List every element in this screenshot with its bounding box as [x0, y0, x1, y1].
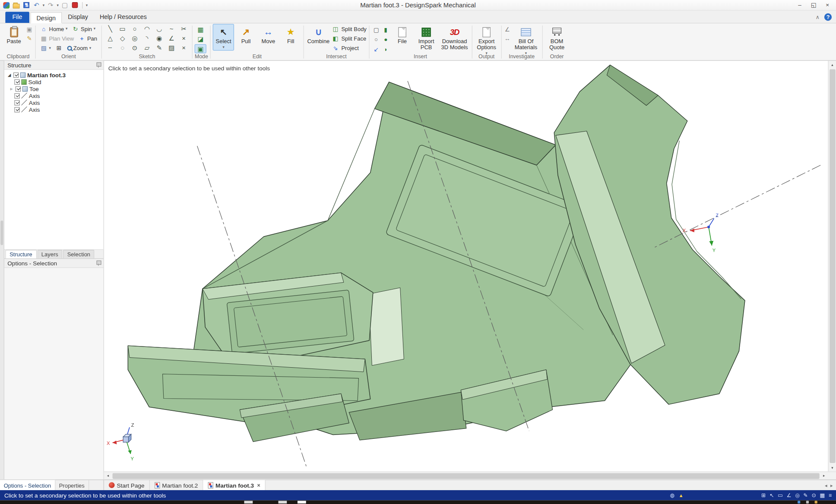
move-button[interactable]: ↔ Move: [258, 24, 279, 45]
sphere-icon[interactable]: ●: [381, 35, 390, 44]
tree-item-label[interactable]: Axis: [29, 99, 40, 106]
tree-item-label[interactable]: Toe: [29, 85, 39, 92]
tab-nav-left-icon[interactable]: ◂: [825, 482, 827, 488]
tree-item-label[interactable]: Axis: [29, 106, 40, 113]
insert-file-button[interactable]: File: [392, 24, 413, 45]
tab-display[interactable]: Display: [62, 12, 94, 23]
cylinder-icon[interactable]: ▮: [381, 25, 390, 35]
fill-button[interactable]: ★ Fill: [280, 24, 301, 45]
sketch-tool-icon[interactable]: ◌: [116, 43, 128, 53]
view-triad[interactable]: X Y Z: [107, 422, 134, 461]
download-3d-models-button[interactable]: 3D Download 3D Models: [440, 24, 469, 51]
tab-selection[interactable]: Selection: [63, 250, 95, 258]
measure-distance-icon[interactable]: ↔: [504, 35, 511, 42]
tab-options-selection[interactable]: Options - Selection: [0, 480, 55, 490]
model-face[interactable]: [369, 288, 404, 365]
visibility-checkbox[interactable]: [14, 100, 19, 105]
taskbar-tray-icon[interactable]: [806, 501, 809, 504]
redo-dropdown-icon[interactable]: ▾: [57, 3, 59, 7]
bom-quote-button[interactable]: BOM Quote: [545, 24, 569, 51]
sketch-tool-icon[interactable]: ✎: [153, 43, 165, 53]
tab-structure[interactable]: Structure: [5, 250, 36, 258]
visibility-checkbox[interactable]: [14, 93, 19, 98]
windows-taskbar[interactable]: [0, 500, 836, 504]
view-cube-button[interactable]: ▧ ▾: [38, 44, 53, 52]
scroll-left-icon[interactable]: ◂: [104, 472, 112, 480]
vertical-scrollbar[interactable]: ▴ ▾: [828, 61, 836, 472]
split-body-button[interactable]: ◫ Split Body: [332, 24, 367, 34]
visibility-checkbox[interactable]: [13, 72, 19, 77]
tree-item-label[interactable]: Axis: [29, 92, 40, 99]
combine-button[interactable]: ∪ Combine: [306, 24, 331, 45]
tab-layers[interactable]: Layers: [37, 250, 63, 258]
tree-root-label[interactable]: Martian foot.3: [27, 72, 66, 78]
sketch-tool-icon[interactable]: ◡: [153, 24, 165, 34]
sketch-tool-icon[interactable]: ╲: [104, 24, 116, 34]
horizontal-scrollbar[interactable]: ◂ ▸: [104, 472, 836, 480]
plan-view-button[interactable]: ▦ Plan View: [38, 34, 76, 43]
pin-icon[interactable]: [96, 261, 100, 266]
save-icon[interactable]: [22, 1, 31, 9]
tab-file[interactable]: File: [5, 12, 29, 23]
pan-button[interactable]: + Pan: [76, 34, 99, 43]
close-tab-icon[interactable]: ×: [257, 482, 260, 488]
qat-customize-icon[interactable]: ▾: [86, 3, 88, 7]
shell-icon[interactable]: ◗: [381, 44, 390, 54]
sketch-tool-icon[interactable]: ◠: [141, 24, 153, 34]
import-pcb-button[interactable]: Import PCB: [414, 24, 439, 51]
viewport-canvas[interactable]: Click to set a secondary selection to be…: [104, 61, 828, 472]
maximize-button[interactable]: ◱: [807, 1, 820, 9]
tree-row-axis[interactable]: Axis: [4, 106, 104, 113]
tab-nav-right-icon[interactable]: ▸: [830, 482, 833, 488]
bill-of-materials-button[interactable]: Bill Of Materials ▾: [512, 24, 540, 57]
visibility-checkbox[interactable]: [16, 86, 21, 91]
tree-row-axis[interactable]: Axis: [4, 92, 104, 99]
status-menu-icon[interactable]: ≡: [829, 492, 832, 498]
tab-martian-foot-2[interactable]: Martian foot.2: [150, 480, 203, 490]
record-icon[interactable]: [71, 1, 79, 9]
sketch-tool-icon[interactable]: ┄: [104, 43, 116, 53]
point-snap-icon[interactable]: ⊙: [812, 492, 816, 498]
snap-grid-icon[interactable]: ⊞: [761, 492, 766, 498]
axis-tool-icon[interactable]: ↙: [371, 44, 381, 54]
zoom-button[interactable]: Zoom ▾: [65, 44, 93, 51]
export-options-button[interactable]: Export Options ▾: [474, 24, 499, 57]
taskbar-app-icon[interactable]: [279, 501, 287, 504]
taskbar-tray-icon[interactable]: [815, 501, 817, 504]
taskbar-tray-icon[interactable]: [798, 501, 800, 504]
circle-icon[interactable]: ○: [371, 35, 381, 44]
open-icon[interactable]: [12, 1, 20, 9]
tab-design[interactable]: Design: [30, 12, 62, 23]
select-mode-icon[interactable]: ↖: [770, 492, 774, 498]
scroll-down-icon[interactable]: ▾: [828, 463, 836, 472]
tab-help-resources[interactable]: Help / Resources: [94, 12, 152, 23]
undo-dropdown-icon[interactable]: ▾: [43, 3, 44, 7]
globe-icon[interactable]: ◍: [670, 492, 674, 498]
sketch-tool-icon[interactable]: ▭: [116, 24, 128, 34]
left-edge-splitter[interactable]: [0, 61, 4, 479]
expander-icon[interactable]: ◢: [7, 72, 12, 77]
sketch-tool-icon[interactable]: ◇: [116, 34, 128, 43]
taskbar-app-icon[interactable]: [244, 501, 253, 504]
spin-button[interactable]: ↻ Spin ▾: [70, 25, 98, 33]
sketch-tool-icon[interactable]: ◝: [141, 34, 153, 43]
undo-icon[interactable]: ↶: [32, 1, 41, 9]
grid-display-icon[interactable]: ▦: [820, 492, 825, 498]
sketch-tool-icon[interactable]: ○: [129, 24, 141, 34]
close-button[interactable]: ×: [821, 1, 834, 9]
plane-icon[interactable]: ▢: [371, 25, 381, 35]
tree-row-solid[interactable]: Solid: [4, 78, 104, 85]
sketch-mode-icon[interactable]: ▦: [195, 25, 206, 34]
circle-snap-icon[interactable]: ◎: [795, 492, 800, 498]
3d-scene[interactable]: X Y Z X: [104, 61, 828, 472]
tab-start-page[interactable]: Start Page: [104, 480, 150, 490]
redo-icon[interactable]: ↷: [47, 1, 55, 9]
taskbar-app-icon[interactable]: [298, 501, 306, 504]
tree-item-label[interactable]: Solid: [28, 79, 41, 85]
sketch-tool-icon[interactable]: ×: [177, 43, 190, 53]
sketch-tool-icon[interactable]: ⊙: [129, 43, 141, 53]
box-select-icon[interactable]: ▭: [778, 492, 783, 498]
pin-icon[interactable]: [96, 62, 100, 67]
scroll-right-icon[interactable]: ▸: [820, 472, 828, 480]
copy-icon[interactable]: ▣: [25, 25, 33, 33]
